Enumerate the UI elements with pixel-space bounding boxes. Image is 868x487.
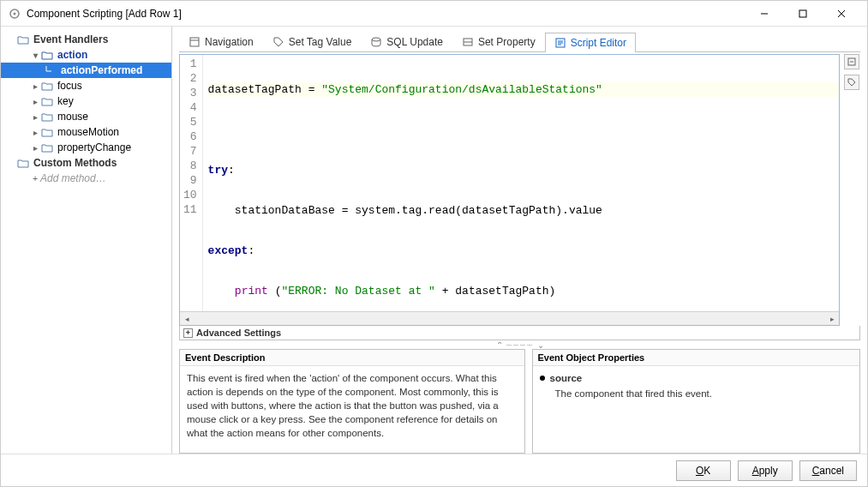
tree-propertychange[interactable]: ▸ propertyChange [1, 140, 171, 155]
event-description-panel: Event Description This event is fired wh… [179, 349, 525, 454]
tab-bar: Navigation Set Tag Value SQL Update Set … [179, 32, 860, 52]
tab-label: Navigation [205, 36, 254, 48]
tab-label: SQL Update [386, 36, 443, 48]
app-icon [8, 7, 21, 21]
code-editor[interactable]: 1234567891011 datasetTagPath = "System/C… [179, 54, 840, 326]
tree-label: propertyChange [57, 141, 131, 153]
tree-twisty-icon[interactable]: ▸ [30, 143, 40, 153]
tab-sql-update[interactable]: SQL Update [361, 32, 452, 51]
apply-button[interactable]: Apply [738, 460, 793, 481]
tree-label: Event Handlers [33, 33, 108, 45]
property-name: source [550, 371, 583, 385]
tree-key[interactable]: ▸ key [1, 93, 171, 109]
tree-label: mouse [57, 111, 88, 123]
tag-icon [272, 36, 284, 48]
window-title: Component Scripting [Add Row 1] [27, 8, 745, 20]
tree-add-method[interactable]: + Add method… [1, 171, 171, 186]
panel-body: This event is fired when the 'action' of… [180, 366, 524, 453]
tree-mouse[interactable]: ▸ mouse [1, 109, 171, 124]
tab-script-editor[interactable]: Script Editor [545, 33, 636, 52]
tab-set-property[interactable]: Set Property [452, 32, 545, 51]
svg-rect-3 [799, 10, 806, 17]
svg-rect-6 [190, 38, 199, 46]
titlebar: Component Scripting [Add Row 1] [1, 1, 867, 27]
splitter-handle[interactable]: ⌃┈┈┈┈⌄ [179, 340, 860, 349]
tree-custom-methods[interactable]: Custom Methods [1, 155, 171, 171]
tab-label: Script Editor [571, 37, 626, 49]
scroll-right-icon[interactable]: ▸ [825, 313, 839, 325]
plus-icon: + [30, 174, 40, 183]
tree-event-handlers[interactable]: Event Handlers [1, 32, 171, 47]
property-item[interactable]: source [540, 371, 853, 385]
event-tree[interactable]: Event Handlers ▾ action actionPerformed … [1, 27, 172, 454]
editor-side-toolbar [840, 54, 860, 326]
horizontal-scrollbar[interactable]: ◂ ▸ [180, 311, 839, 325]
tree-label: actionPerformed [61, 64, 142, 76]
tree-twisty-icon[interactable]: ▸ [30, 128, 40, 137]
folder-icon [40, 95, 54, 107]
tab-navigation[interactable]: Navigation [179, 32, 263, 51]
tree-label: mouseMotion [57, 126, 119, 138]
folder-icon [40, 111, 54, 123]
property-icon [462, 36, 474, 48]
property-description: The component that fired this event. [555, 387, 853, 400]
window-icon [189, 36, 201, 48]
tab-label: Set Property [478, 36, 536, 48]
close-button[interactable] [822, 1, 860, 27]
folder-icon [40, 126, 54, 138]
tree-action-performed[interactable]: actionPerformed [1, 63, 171, 78]
minimize-button[interactable] [745, 1, 783, 27]
code-area[interactable]: datasetTagPath = "System/Configuration/d… [203, 55, 839, 311]
tree-twisty-icon[interactable]: ▸ [30, 97, 40, 106]
tree-focus[interactable]: ▸ focus [1, 78, 171, 93]
maximize-button[interactable] [783, 1, 822, 27]
plus-icon: + [183, 328, 193, 338]
folder-icon [16, 157, 30, 169]
expand-tool-button[interactable] [844, 54, 859, 69]
panel-header: Event Object Properties [533, 350, 859, 366]
panel-header: Event Description [180, 350, 524, 366]
event-object-properties-panel: Event Object Properties source The compo… [532, 349, 860, 454]
tree-line-icon [44, 64, 57, 76]
tag-tool-button[interactable] [844, 75, 859, 90]
script-icon [554, 37, 566, 49]
folder-icon [16, 33, 30, 45]
folder-icon [40, 141, 54, 153]
dialog-footer: OK Apply Cancel [1, 454, 867, 486]
tree-label: focus [57, 80, 82, 92]
scroll-left-icon[interactable]: ◂ [180, 313, 194, 325]
line-gutter: 1234567891011 [180, 55, 203, 311]
tree-twisty-icon[interactable]: ▾ [30, 51, 40, 60]
tree-action[interactable]: ▾ action [1, 47, 171, 63]
cancel-button[interactable]: Cancel [799, 460, 857, 481]
tree-label: key [57, 95, 74, 107]
tab-set-tag-value[interactable]: Set Tag Value [263, 32, 362, 51]
tree-mousemotion[interactable]: ▸ mouseMotion [1, 124, 171, 140]
folder-icon [40, 80, 54, 92]
database-icon [370, 36, 382, 48]
svg-point-1 [14, 12, 16, 15]
tree-twisty-icon[interactable]: ▸ [30, 81, 40, 91]
folder-icon [40, 49, 54, 61]
tree-twisty-icon[interactable]: ▸ [30, 112, 40, 122]
svg-point-8 [372, 38, 380, 41]
advanced-label: Advanced Settings [196, 328, 281, 338]
tree-label: Add method… [40, 172, 106, 184]
tree-label: Custom Methods [33, 157, 117, 169]
tab-label: Set Tag Value [289, 36, 352, 48]
ok-button[interactable]: OK [676, 460, 731, 481]
advanced-settings-toggle[interactable]: + Advanced Settings [179, 326, 860, 340]
tree-label: action [57, 49, 87, 61]
bullet-icon [540, 376, 545, 381]
